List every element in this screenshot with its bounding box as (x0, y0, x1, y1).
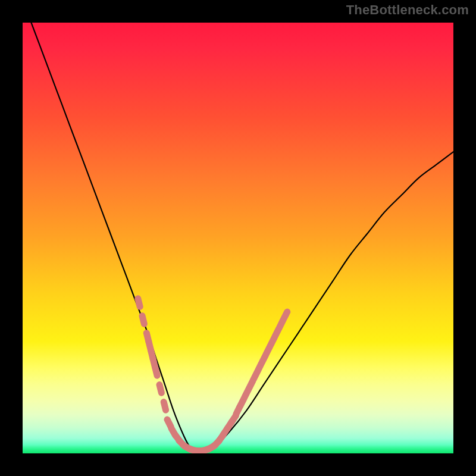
svg-line-6 (155, 368, 157, 376)
svg-line-1 (142, 316, 144, 324)
watermark-text: TheBottleneck.com (346, 2, 469, 18)
svg-line-36 (284, 312, 287, 320)
plot-area (23, 23, 453, 453)
marker-band-right (236, 312, 287, 414)
svg-line-7 (159, 385, 161, 393)
chart-stage: TheBottleneck.com (0, 0, 476, 476)
marker-band-left (138, 299, 166, 410)
svg-line-8 (164, 402, 165, 411)
svg-line-0 (138, 299, 140, 307)
chart-svg (23, 23, 453, 453)
main-curve (32, 23, 454, 452)
